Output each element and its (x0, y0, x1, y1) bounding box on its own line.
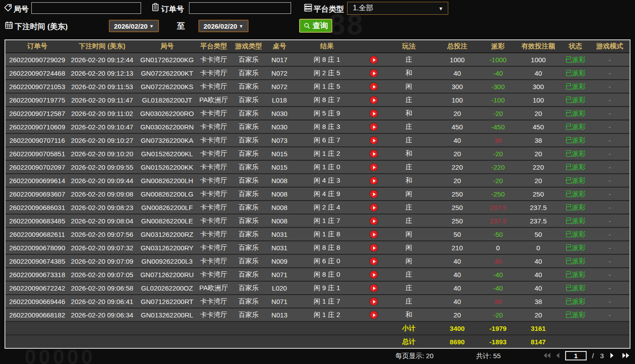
play-icon[interactable] (370, 257, 378, 265)
cell-table-no: N071 (269, 271, 290, 278)
cell-order-no: 260220090678090 (5, 244, 69, 252)
play-icon[interactable] (370, 163, 378, 171)
cell-order-no: 260220090710609 (5, 123, 69, 131)
cell-platform: 卡卡湾厅 (199, 217, 228, 225)
replay-button[interactable] (364, 230, 384, 239)
cell-game-no: GN008262200LE (135, 217, 199, 225)
replay-button[interactable] (364, 123, 384, 131)
replay-button[interactable] (364, 69, 384, 77)
cell-status: 已派彩 (561, 230, 590, 239)
order-no-input[interactable] (189, 2, 291, 14)
play-icon[interactable] (370, 83, 378, 90)
replay-button[interactable] (364, 270, 384, 279)
cell-payout: -20 (481, 110, 515, 117)
play-icon[interactable] (370, 123, 378, 131)
cell-status: 已派彩 (561, 82, 590, 91)
cell-table-no: N031 (269, 231, 290, 238)
replay-button[interactable] (364, 163, 384, 171)
cell-total-bet: 220 (434, 163, 481, 171)
column-header: 订单号 (5, 42, 69, 51)
cell-bet-time: 2026-02-20 09:10:47 (69, 123, 135, 131)
last-page-icon[interactable] (622, 352, 630, 359)
date-from-picker[interactable]: 2026/02/20 ▼ (109, 20, 159, 32)
bet-records-table: 订单号下注时间 (美东)局号平台类型游戏类型桌号结果玩法总投注派彩有效投注额状态… (4, 39, 631, 349)
play-icon[interactable] (370, 150, 378, 158)
play-icon[interactable] (370, 311, 378, 319)
cell-bet-time: 2026-02-20 09:11:53 (69, 83, 135, 90)
current-page-input[interactable] (565, 351, 587, 360)
first-page-icon[interactable] (543, 352, 551, 359)
cell-status: 已派彩 (561, 190, 590, 198)
date-to-picker[interactable]: 2026/02/20 ▼ (198, 20, 249, 32)
cell-total-bet: 50 (434, 231, 481, 238)
cell-game-mode: - (590, 244, 630, 252)
page-separator: / (592, 352, 594, 360)
cell-total-bet: 20 (434, 150, 481, 158)
cell-platform: PA欧洲厅 (199, 284, 228, 292)
replay-button[interactable] (364, 176, 384, 185)
cell-order-no: 260220090719775 (5, 96, 69, 104)
play-icon[interactable] (370, 244, 378, 252)
cell-valid-bet: 250 (515, 190, 561, 198)
cell-total-bet: 210 (434, 244, 481, 252)
cell-valid-bet: 38 (515, 298, 561, 305)
next-page-icon[interactable] (610, 352, 614, 359)
cell-game-type: 百家乐 (228, 123, 269, 131)
replay-button[interactable] (364, 96, 384, 104)
cell-game-no: GN071262200RT (135, 298, 199, 305)
replay-button[interactable] (364, 82, 384, 91)
platform-type-select[interactable]: 1.全部 ▼ (347, 2, 448, 15)
play-icon[interactable] (370, 284, 378, 292)
replay-button[interactable] (364, 257, 384, 266)
replay-button[interactable] (364, 56, 384, 64)
cell-game-no: GN015262200KL (135, 150, 199, 158)
cell-payout: -300 (481, 83, 515, 90)
play-icon[interactable] (370, 271, 378, 278)
search-button[interactable]: 查询 (299, 19, 332, 33)
cell-result: 闲 8 庄 3 (290, 123, 364, 131)
replay-button[interactable] (364, 297, 384, 306)
play-icon[interactable] (370, 190, 378, 198)
play-icon[interactable] (370, 298, 378, 305)
play-icon[interactable] (370, 69, 378, 77)
cell-valid-bet: 20 (515, 110, 561, 117)
cell-total-bet: 40 (434, 257, 481, 265)
prev-page-icon[interactable] (555, 352, 560, 359)
replay-button[interactable] (364, 203, 384, 212)
replay-button[interactable] (364, 244, 384, 252)
replay-button[interactable] (364, 190, 384, 198)
cell-total-bet: 20 (434, 311, 481, 319)
replay-button[interactable] (364, 150, 384, 158)
play-icon[interactable] (370, 110, 378, 117)
replay-button[interactable] (364, 109, 384, 118)
play-icon[interactable] (370, 177, 378, 184)
play-icon[interactable] (370, 204, 378, 211)
cell-status: 已派彩 (561, 69, 590, 77)
cell-game-type: 百家乐 (228, 230, 269, 239)
cell-order-no: 260220090682611 (5, 231, 69, 238)
play-icon[interactable] (370, 56, 378, 64)
game-no-input[interactable] (31, 2, 141, 14)
table-row: 2602200906722422026-02-20 09:06:58GL0202… (5, 282, 630, 295)
subtotal-valid-bet: 3161 (515, 325, 561, 332)
cell-game-no: GN031262200RY (135, 244, 199, 252)
play-icon[interactable] (370, 231, 378, 238)
cell-game-no: GN008262200LF (135, 204, 199, 211)
replay-button[interactable] (364, 217, 384, 225)
play-icon[interactable] (370, 217, 378, 225)
play-icon[interactable] (370, 96, 378, 104)
chevron-down-icon: ▼ (438, 6, 443, 11)
date-from-value: 2026/02/20 (114, 22, 148, 30)
cell-game-no: GN072262200KS (135, 83, 199, 90)
table-row: 2602200906996142026-02-20 09:09:44GN0082… (5, 174, 630, 188)
cell-bet-type: 庄 (384, 297, 434, 306)
cell-status: 已派彩 (561, 284, 590, 292)
search-icon (304, 22, 311, 30)
cell-game-no: GN009262200L3 (135, 257, 199, 265)
cell-bet-time: 2026-02-20 09:10:27 (69, 137, 135, 144)
replay-button[interactable] (364, 136, 384, 145)
replay-button[interactable] (364, 284, 384, 292)
replay-button[interactable] (364, 311, 384, 319)
play-icon[interactable] (370, 137, 378, 144)
cell-payout: -50 (481, 231, 515, 238)
